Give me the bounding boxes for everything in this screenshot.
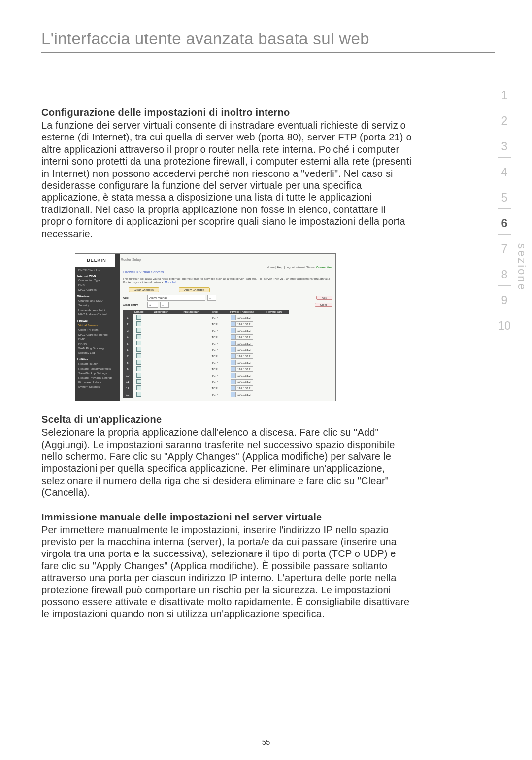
table-row: 13TCP192.168.2. xyxy=(123,391,289,398)
router-screenshot: BELKIN Router Setup Home | Help | Logout… xyxy=(75,253,336,401)
section-nav-6[interactable]: 6 xyxy=(491,211,518,232)
section-nav-4[interactable]: 4 xyxy=(491,160,518,181)
add-button[interactable]: Add xyxy=(316,296,332,300)
private-ip-field[interactable]: 192.168.2. xyxy=(231,392,253,397)
private-ip-field[interactable]: 192.168.2. xyxy=(231,321,253,327)
add-label: Add xyxy=(123,296,145,299)
body-3: Per immettere manualmente le impostazion… xyxy=(41,524,416,620)
section-nav-2[interactable]: 2 xyxy=(491,108,518,130)
enable-checkbox[interactable] xyxy=(136,392,141,397)
belkin-logo: BELKIN xyxy=(84,258,106,263)
private-ip-field[interactable]: 192.168.2. xyxy=(231,373,253,378)
section-vertical-label: sezione xyxy=(515,243,528,291)
table-row: 1TCP192.168.2. xyxy=(123,314,289,321)
enable-checkbox[interactable] xyxy=(136,373,141,378)
enable-checkbox[interactable] xyxy=(136,385,141,390)
router-setup-label: Router Setup xyxy=(121,258,141,261)
enable-checkbox[interactable] xyxy=(136,315,141,320)
enable-checkbox[interactable] xyxy=(136,334,141,339)
screenshot-description: This function will allow you to route ex… xyxy=(120,274,335,286)
enable-checkbox[interactable] xyxy=(136,321,141,326)
private-ip-field[interactable]: 192.168.2. xyxy=(231,353,253,359)
clear-changes-button[interactable]: Clear Changes xyxy=(129,287,159,292)
private-ip-field[interactable]: 192.168.2. xyxy=(231,315,253,320)
section-nav-7[interactable]: 7 xyxy=(491,237,518,258)
section-nav-1[interactable]: 1 xyxy=(491,83,518,104)
private-ip-field[interactable]: 192.168.2. xyxy=(231,334,253,340)
clear-entry-label: Clear entry xyxy=(123,303,145,306)
enable-checkbox[interactable] xyxy=(136,366,141,371)
body-2: Selezionare la propria applicazione dall… xyxy=(41,426,416,498)
section-nav-9[interactable]: 9 xyxy=(491,288,518,309)
top-links: Home | Help | Logout Internet Status: Co… xyxy=(266,266,332,269)
table-row: 6TCP192.168.2. xyxy=(123,346,289,353)
page-title: L'interfaccia utente avanzata basata sul… xyxy=(41,30,495,53)
add-select-arrow[interactable]: ▾ xyxy=(207,295,216,301)
section-nav-5[interactable]: 5 xyxy=(491,185,518,207)
section-nav: 1 2 3 4 5 6 7 8 9 10 sezione xyxy=(491,83,518,335)
table-row: 10TCP192.168.2. xyxy=(123,372,289,379)
enable-checkbox[interactable] xyxy=(136,353,141,358)
private-ip-field[interactable]: 192.168.2. xyxy=(231,379,253,384)
table-row: 12TCP192.168.2. xyxy=(123,385,289,391)
enable-checkbox[interactable] xyxy=(136,379,141,384)
clear-button[interactable]: Clear xyxy=(315,303,332,307)
table-row: 9TCP192.168.2. xyxy=(123,366,289,372)
table-row: 2TCP192.168.2. xyxy=(123,321,289,327)
heading-3: Immissione manuale delle impostazioni ne… xyxy=(41,512,416,523)
private-ip-field[interactable]: 192.168.2. xyxy=(231,341,253,346)
section-nav-10[interactable]: 10 xyxy=(491,313,518,335)
table-row: 5TCP192.168.2. xyxy=(123,340,289,346)
add-select[interactable]: Active Worlds xyxy=(147,295,205,301)
private-ip-field[interactable]: 192.168.2. xyxy=(231,385,253,391)
clear-entry-select[interactable]: 1 xyxy=(147,302,158,308)
heading-2: Scelta di un'applicazione xyxy=(41,414,416,425)
clear-entry-arrow[interactable]: ▾ xyxy=(160,302,169,308)
enable-checkbox[interactable] xyxy=(136,341,141,345)
screenshot-nav: LAN Setup LAN Settings DHCP Client List … xyxy=(75,254,120,401)
apply-changes-button[interactable]: Apply Changes xyxy=(179,287,210,292)
virtual-servers-table: Enable Description Inbound port Type Pri… xyxy=(123,310,289,398)
heading-1: Configurazione delle impostazioni di ino… xyxy=(41,107,416,118)
enable-checkbox[interactable] xyxy=(136,328,141,333)
enable-checkbox[interactable] xyxy=(136,360,141,365)
enable-checkbox[interactable] xyxy=(136,347,141,352)
page-number: 55 xyxy=(0,738,532,746)
private-ip-field[interactable]: 192.168.2. xyxy=(231,360,253,365)
table-row: 8TCP192.168.2. xyxy=(123,359,289,366)
private-ip-field[interactable]: 192.168.2. xyxy=(231,328,253,333)
section-nav-8[interactable]: 8 xyxy=(491,262,518,283)
private-ip-field[interactable]: 192.168.2. xyxy=(231,347,253,352)
table-row: 7TCP192.168.2. xyxy=(123,353,289,359)
table-row: 3TCP192.168.2. xyxy=(123,327,289,334)
table-row: 4TCP192.168.2. xyxy=(123,334,289,340)
body-1: La funzione dei server virtuali consente… xyxy=(41,119,416,240)
table-row: 11TCP192.168.2. xyxy=(123,379,289,385)
section-nav-3[interactable]: 3 xyxy=(491,134,518,155)
private-ip-field[interactable]: 192.168.2. xyxy=(231,366,253,372)
